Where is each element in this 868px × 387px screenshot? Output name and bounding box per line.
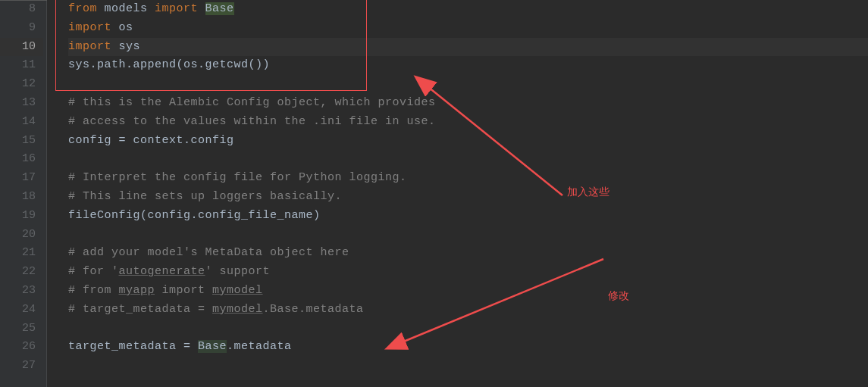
gutter-row: 9	[0, 19, 43, 38]
gutter-row: 24	[0, 301, 43, 320]
code-row[interactable]: # Interpret the config file for Python l…	[68, 169, 868, 188]
code-row-current[interactable]: import sys	[68, 38, 868, 57]
gutter-row: 27	[0, 357, 43, 376]
code-row[interactable]: # This line sets up loggers basically.	[68, 188, 868, 207]
code-row[interactable]: # target_metadata = mymodel.Base.metadat…	[68, 301, 868, 320]
gutter-row: 18	[0, 188, 43, 207]
code-row[interactable]: import os	[68, 19, 868, 38]
gutter-row: 25	[0, 320, 43, 339]
highlight-base: Base	[205, 2, 234, 15]
code-row[interactable]	[68, 320, 868, 339]
gutter-row: 20	[0, 226, 43, 245]
gutter-row: 13⊖	[0, 94, 43, 113]
code-row[interactable]	[68, 226, 868, 245]
code-row[interactable]: fileConfig(config.config_file_name)	[68, 207, 868, 226]
gutter-row: 26	[0, 338, 43, 357]
code-area[interactable]: from models import Base import os import…	[47, 0, 868, 387]
code-row[interactable]: # access to the values within the .ini f…	[68, 113, 868, 132]
gutter-row: 22	[0, 263, 43, 282]
code-row[interactable]: # add your model's MetaData object here	[68, 244, 868, 263]
code-row[interactable]	[68, 357, 868, 376]
gutter-row: 23	[0, 282, 43, 301]
code-row[interactable]: # for 'autogenerate' support	[68, 263, 868, 282]
gutter-row: 17	[0, 169, 43, 188]
code-row[interactable]	[68, 75, 868, 94]
code-editor[interactable]: 8 9 10 ⊖ 11 12 13⊖ 14 15 16 17 18 19 20 …	[0, 0, 868, 387]
annotation-label-modify: 修改	[608, 289, 629, 303]
code-row[interactable]	[68, 150, 868, 169]
highlight-base: Base	[198, 340, 227, 353]
gutter-row: 15	[0, 132, 43, 151]
gutter-row: 11	[0, 56, 43, 75]
code-row[interactable]: # this is the Alembic Config object, whi…	[68, 94, 868, 113]
code-row[interactable]: target_metadata = Base.metadata	[68, 338, 868, 357]
code-row[interactable]: # from myapp import mymodel	[68, 282, 868, 301]
gutter-row: 14	[0, 113, 43, 132]
gutter-row-current: 10 ⊖	[0, 38, 43, 57]
gutter-row: 8	[0, 0, 43, 19]
annotation-label-add: 加入这些	[567, 186, 609, 199]
gutter-row: 16	[0, 150, 43, 169]
gutter-row: 12	[0, 75, 43, 94]
gutter-row: 21⊖	[0, 244, 43, 263]
line-number-gutter: 8 9 10 ⊖ 11 12 13⊖ 14 15 16 17 18 19 20 …	[0, 0, 47, 387]
gutter-row: 19	[0, 207, 43, 226]
code-row[interactable]: config = context.config	[68, 132, 868, 151]
code-row[interactable]: from models import Base	[68, 0, 868, 19]
code-row[interactable]: sys.path.append(os.getcwd())	[68, 56, 868, 75]
